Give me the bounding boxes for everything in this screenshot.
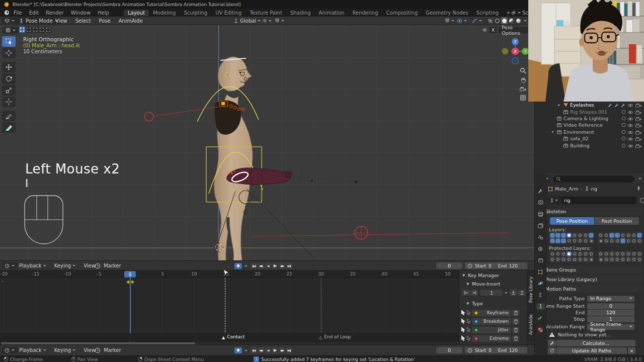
hide-viewport-icon[interactable] (627, 129, 633, 135)
select-intersect-button[interactable] (45, 27, 51, 33)
layer-toggle[interactable] (550, 251, 555, 256)
layer-toggle[interactable] (604, 233, 609, 238)
timeline-marker-end-of-loop[interactable]: △End of Loop (319, 334, 351, 341)
layer-toggle[interactable] (561, 257, 566, 262)
layer-toggle[interactable] (555, 238, 560, 243)
layer-toggle[interactable] (555, 257, 560, 262)
playback-sync-icon[interactable] (95, 263, 101, 269)
move-insert-header[interactable]: ▼Move-Insert (466, 281, 500, 287)
layer-toggle[interactable] (609, 238, 614, 243)
hide-render-icon[interactable] (635, 116, 641, 121)
camera-view-icon[interactable] (520, 86, 526, 92)
measure-tool[interactable] (2, 122, 16, 133)
deselect-keys-icon[interactable] (466, 335, 471, 342)
jump-to-end-button[interactable]: ▶▮ (286, 347, 292, 353)
layer-toggle[interactable] (631, 257, 636, 262)
auto-keying-toggle[interactable] (234, 347, 242, 353)
deselect-keys-icon[interactable] (466, 310, 471, 316)
transform-orientation-selector[interactable]: Global (233, 17, 261, 24)
key-type-button[interactable]: Breakdown (472, 318, 511, 325)
bone-groups-panel-header[interactable]: ▶Bone Groups (536, 266, 642, 274)
pose-position-button[interactable]: Pose Position (550, 217, 594, 225)
play-reverse-button[interactable]: ◀ (265, 262, 271, 269)
layer-toggle[interactable] (572, 251, 577, 256)
layer-toggle[interactable] (598, 233, 603, 238)
play-reverse-button[interactable]: ◀ (265, 347, 271, 353)
calculate-button[interactable]: Calculate... (556, 340, 635, 346)
snap-toggle[interactable] (275, 17, 284, 24)
layer-toggle[interactable] (583, 257, 588, 262)
workspace-tab-geometry-nodes[interactable]: Geometry Nodes (422, 10, 472, 16)
navigation-gizmo[interactable]: Z Y X (501, 37, 530, 66)
skeleton-panel-header[interactable]: ▼Skeleton (536, 208, 642, 215)
header-menu-pose[interactable]: Pose (95, 18, 115, 24)
tab-object-data[interactable] (536, 303, 545, 310)
layer-toggle[interactable] (631, 238, 636, 243)
outliner-item-camera-lighting[interactable]: Camera & Lighting (535, 115, 644, 122)
delete-keys-button[interactable] (512, 335, 519, 342)
outliner-item-eyelashes[interactable]: ▸Eyelashes (535, 102, 644, 108)
layer-toggle[interactable] (626, 257, 631, 262)
selectability-checkbox[interactable] (622, 117, 625, 120)
delete-keys-button[interactable] (512, 318, 519, 325)
insert-key-down-button[interactable] (510, 290, 517, 296)
fake-user-shield-icon[interactable] (639, 198, 644, 204)
rig-circle-control-left[interactable] (144, 112, 153, 121)
layer-toggle[interactable] (615, 257, 620, 262)
x-mirror-toggle[interactable]: X (490, 27, 497, 33)
play-button[interactable]: ▶ (272, 262, 278, 269)
layer-toggle[interactable] (589, 238, 594, 243)
next-keyframe-button[interactable]: ◆▶ (279, 347, 285, 353)
dopesheet-canvas[interactable]: › (0, 278, 459, 333)
deselect-keys-icon[interactable] (466, 318, 471, 325)
tab-bone[interactable] (536, 315, 545, 321)
id-type-icon[interactable] (548, 197, 560, 204)
menu-window[interactable]: Window (67, 10, 94, 16)
header-menu-animaide[interactable]: AnimAide (115, 18, 147, 24)
layer-toggle[interactable] (567, 238, 572, 243)
outliner-item-building[interactable]: Building (535, 142, 644, 148)
material-shading-button[interactable] (508, 17, 515, 24)
tab-object[interactable] (536, 268, 545, 275)
hide-viewport-icon[interactable] (627, 136, 633, 141)
outliner-item-rig-shapes-001[interactable]: Rig Shapes.001 (535, 108, 644, 115)
rendered-shading-button[interactable] (515, 17, 522, 24)
deselect-keys-icon[interactable] (466, 327, 471, 333)
layer-toggle[interactable] (626, 238, 631, 243)
timeline-menu-marker[interactable]: Marker (100, 347, 125, 353)
paths-type-dropdown[interactable]: In Range (587, 296, 634, 302)
tab-constraints[interactable] (536, 292, 545, 298)
tab-world[interactable] (536, 245, 545, 252)
workspace-tab-animation[interactable]: Animation (315, 10, 349, 16)
frame-range-end-field[interactable]: 120 (587, 310, 634, 316)
dopesheet-menu-playback[interactable]: Playback (15, 263, 50, 268)
update-all-paths-button[interactable]: Update All Paths (556, 347, 627, 354)
layer-toggle[interactable] (598, 251, 603, 256)
layer-toggle[interactable] (578, 257, 583, 262)
pan-hand-icon[interactable] (520, 77, 526, 83)
keying-dropdown-icon[interactable] (245, 265, 248, 267)
selectability-checkbox[interactable] (622, 137, 625, 140)
move-tool[interactable] (2, 62, 16, 72)
layer-toggle[interactable] (604, 238, 609, 243)
wireframe-shading-button[interactable] (494, 17, 501, 24)
hide-render-icon[interactable] (635, 143, 641, 148)
timeline-marker-contact[interactable]: ▲Contact (222, 334, 245, 341)
layer-toggle[interactable] (609, 251, 614, 256)
scale-tool[interactable] (2, 85, 16, 96)
rotate-tool[interactable] (2, 73, 16, 84)
layer-toggle[interactable] (604, 257, 609, 262)
viewport-3d[interactable]: 21° Right Orthographic (0) Male_Arm : he… (0, 25, 534, 260)
tab-collection[interactable] (536, 257, 545, 263)
menu-file[interactable]: File (10, 10, 26, 16)
key-manager-header[interactable]: ▼Key Manager (462, 273, 499, 278)
layer-toggle[interactable] (609, 233, 614, 238)
select-extend-button[interactable] (26, 27, 32, 33)
hide-render-icon[interactable] (635, 136, 641, 141)
shading-dropdown-icon[interactable] (524, 20, 527, 22)
layer-toggle[interactable] (572, 238, 577, 243)
selectability-checkbox[interactable] (622, 144, 625, 147)
gizmo-z-neg-axis[interactable] (512, 58, 519, 64)
tab-render[interactable] (536, 199, 545, 206)
pose-library-panel-header[interactable]: ▶Pose Library (Legacy) (536, 276, 642, 283)
